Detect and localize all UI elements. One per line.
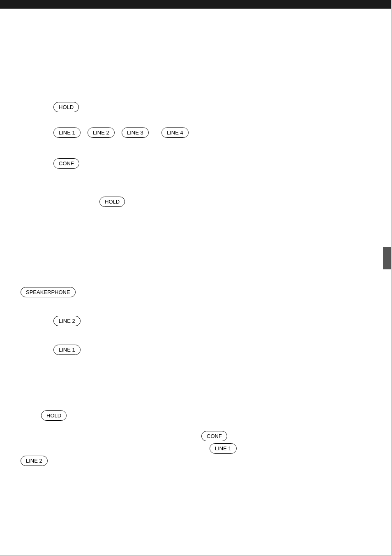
- hold-button-2[interactable]: HOLD: [99, 197, 125, 207]
- line3-button-1[interactable]: LINE 3: [122, 127, 149, 138]
- line2-button-1[interactable]: LINE 2: [88, 127, 115, 138]
- line1-button-3[interactable]: LINE 1: [210, 443, 237, 454]
- line2-button-2[interactable]: LINE 2: [53, 316, 81, 326]
- hold-button-1[interactable]: HOLD: [53, 102, 79, 112]
- line1-button-1[interactable]: LINE 1: [53, 127, 81, 138]
- conf-button-2[interactable]: CONF: [201, 431, 227, 441]
- line2-button-3[interactable]: LINE 2: [21, 456, 48, 466]
- line1-button-2[interactable]: LINE 1: [53, 345, 81, 355]
- speakerphone-button[interactable]: SPEAKERPHONE: [21, 287, 76, 297]
- top-bar: [0, 0, 392, 7]
- top-line: [0, 7, 392, 9]
- hold-button-3[interactable]: HOLD: [41, 410, 67, 421]
- conf-button-1[interactable]: CONF: [53, 158, 79, 169]
- right-sidebar-bar: [383, 247, 392, 269]
- line4-button-1[interactable]: LINE 4: [161, 127, 189, 138]
